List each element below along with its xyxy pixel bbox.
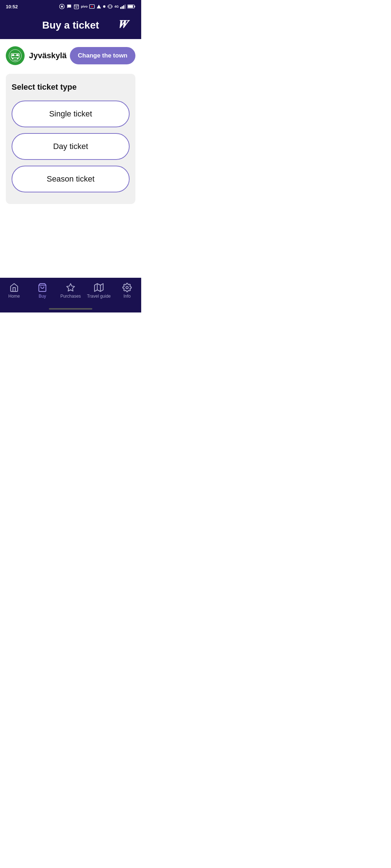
dot-icon <box>103 5 106 8</box>
linkki-logo: LINKKI <box>9 49 22 62</box>
home-bar <box>49 308 92 310</box>
time-display: 10:52 <box>6 4 18 9</box>
nav-item-purchases[interactable]: Purchases <box>56 283 85 299</box>
gear-icon <box>122 283 132 292</box>
triangle-icon <box>96 4 101 9</box>
status-bar: 10:52 31 pivo 4G <box>0 0 141 13</box>
signal-icon <box>120 4 126 9</box>
svg-rect-14 <box>125 4 126 9</box>
nav-travel-guide-label: Travel guide <box>87 294 111 299</box>
home-indicator <box>0 307 141 312</box>
svg-marker-6 <box>97 5 101 9</box>
pivo-icon: pivo <box>81 5 88 8</box>
ticket-section-title: Select ticket type <box>12 82 130 92</box>
city-name: Jyväskylä <box>29 51 67 60</box>
app-header: Buy a ticket 𝑾 <box>0 13 141 39</box>
svg-marker-27 <box>67 284 75 291</box>
bottom-navigation: Home Buy Purchases Trav <box>0 278 141 307</box>
svg-rect-8 <box>109 5 112 8</box>
svg-rect-12 <box>122 6 123 9</box>
svg-point-31 <box>126 286 129 289</box>
day-ticket-button[interactable]: Day ticket <box>12 133 130 160</box>
single-ticket-button[interactable]: Single ticket <box>12 101 130 127</box>
svg-point-7 <box>103 5 105 8</box>
calendar-icon: 31 <box>73 4 79 9</box>
svg-point-5 <box>91 6 93 7</box>
season-ticket-button[interactable]: Season ticket <box>12 166 130 192</box>
svg-rect-11 <box>120 7 121 9</box>
record-icon <box>89 4 95 9</box>
nav-item-home[interactable]: Home <box>0 283 28 299</box>
nav-purchases-label: Purchases <box>60 294 81 299</box>
nav-info-label: Info <box>123 294 131 299</box>
basket-icon <box>38 283 47 292</box>
vibrate-icon <box>107 4 113 9</box>
map-icon <box>94 283 104 292</box>
svg-text:LINKKI: LINKKI <box>13 59 17 61</box>
ticket-section: Select ticket type Single ticket Day tic… <box>6 74 135 204</box>
whatsapp-icon <box>59 4 65 9</box>
svg-rect-16 <box>128 5 133 8</box>
tag-icon <box>66 283 75 292</box>
nav-buy-label: Buy <box>39 294 46 299</box>
status-icons: 31 pivo 4G <box>59 4 135 9</box>
city-row: LINKKI Jyväskylä Change the town <box>6 46 135 65</box>
city-info: LINKKI Jyväskylä <box>6 46 67 65</box>
battery-icon <box>127 4 135 9</box>
nav-item-info[interactable]: Info <box>113 283 141 299</box>
4g-icon: 4G <box>114 5 119 8</box>
svg-marker-28 <box>94 284 103 292</box>
nav-home-label: Home <box>8 294 20 299</box>
svg-text:31: 31 <box>76 6 78 8</box>
page-title: Buy a ticket <box>42 20 99 31</box>
svg-rect-13 <box>123 5 124 9</box>
message-icon <box>66 4 72 9</box>
w-logo: 𝑾 <box>117 19 135 33</box>
city-icon: LINKKI <box>6 46 25 65</box>
nav-item-travel-guide[interactable]: Travel guide <box>85 283 113 299</box>
svg-rect-17 <box>134 6 135 8</box>
change-town-button[interactable]: Change the town <box>70 47 135 64</box>
main-content: LINKKI Jyväskylä Change the town Select … <box>0 39 141 278</box>
home-icon <box>9 283 19 292</box>
nav-item-buy[interactable]: Buy <box>28 283 56 299</box>
